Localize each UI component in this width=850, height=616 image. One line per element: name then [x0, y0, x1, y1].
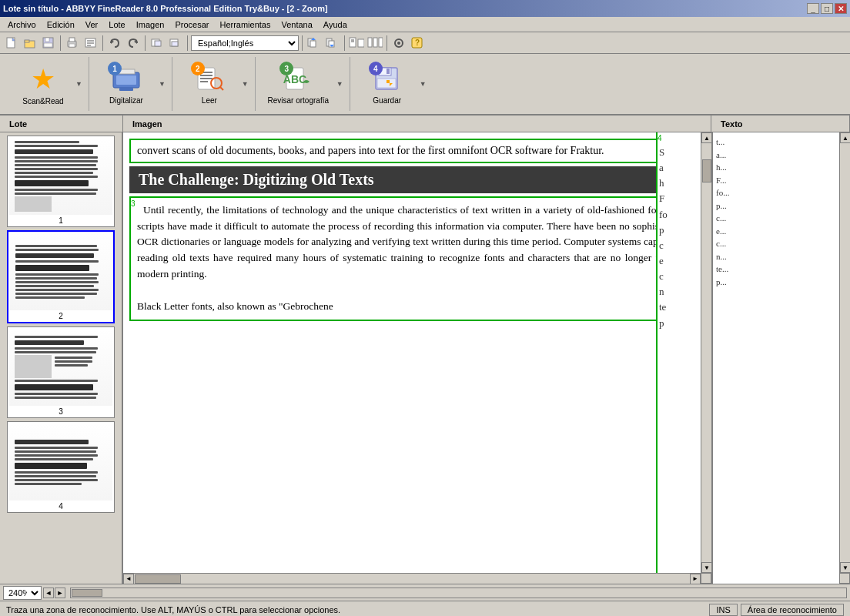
scan-read-group: ★ Scan&Read ▼	[6, 57, 89, 111]
settings-button[interactable]	[390, 35, 407, 52]
digitalizar-label: Digitalizar	[109, 96, 143, 105]
menu-imagen[interactable]: Imagen	[132, 18, 169, 31]
digitalizar-group: 1 Digitalizar ▼	[89, 57, 172, 111]
menu-herramientas[interactable]: Herramientas	[215, 18, 275, 31]
scroll-track-space	[701, 183, 711, 562]
menu-ventana[interactable]: Ventana	[276, 18, 316, 31]
texto-scroll-down[interactable]: ▼	[840, 562, 850, 573]
imagen-vscrollbar[interactable]: ▲ ▼	[701, 132, 711, 573]
text-block-top: convert scans of old documents, books, a…	[129, 139, 694, 163]
imagen-section-label: Imagen	[123, 116, 711, 132]
separator3	[145, 35, 146, 51]
new-button[interactable]	[3, 35, 20, 52]
thumbnail-3[interactable]: 3	[7, 326, 115, 418]
properties-button[interactable]	[82, 35, 99, 52]
hscroll-thumb[interactable]	[135, 574, 181, 584]
main-text-block: 3 Until recently, the limitations of tec…	[129, 196, 694, 321]
guardar-group: 4 Guardar ▼	[350, 57, 433, 111]
undo-button[interactable]	[106, 35, 123, 52]
minimize-button[interactable]: _	[807, 3, 819, 14]
separator7	[387, 35, 387, 51]
svg-rect-32	[379, 38, 383, 47]
leer-dropdown[interactable]: ▼	[242, 80, 249, 88]
leer-label: Leer	[202, 96, 217, 105]
scroll-right-btn[interactable]: ►	[690, 574, 701, 584]
menu-edicion[interactable]: Edición	[42, 18, 79, 31]
scroll-thumb[interactable]	[702, 159, 711, 182]
block-num-4: 4	[658, 134, 662, 142]
menu-ayuda[interactable]: Ayuda	[319, 18, 352, 31]
zoom-prev-arrow[interactable]: ◄	[43, 588, 54, 598]
zoom-hscroll[interactable]	[70, 588, 847, 598]
block-num-3: 3	[131, 198, 136, 210]
badge-4: 4	[369, 62, 383, 75]
print-button[interactable]	[64, 35, 81, 52]
svg-text:?: ?	[415, 38, 420, 47]
menu-lote[interactable]: Lote	[104, 18, 129, 31]
scroll-left-btn[interactable]: ◄	[123, 574, 134, 584]
sections-header: Lote Imagen Texto	[0, 116, 850, 132]
document-heading: The Challenge: Digitizing Old Texts	[129, 166, 694, 193]
imagen-hscrollbar[interactable]: ◄ ►	[123, 573, 701, 584]
scroll-up-btn[interactable]: ▲	[701, 132, 711, 143]
scan-read-dropdown[interactable]: ▼	[75, 80, 82, 88]
hscroll-track	[134, 574, 690, 584]
next-page-button[interactable]	[324, 35, 341, 52]
zoom-hscroll-thumb[interactable]	[72, 589, 102, 597]
zoom-select[interactable]: 240%	[3, 586, 42, 600]
texto-scroll-up[interactable]: ▲	[840, 132, 850, 143]
thumb-num-3: 3	[9, 407, 112, 416]
menu-procesar[interactable]: Procesar	[170, 18, 213, 31]
texto-scroll-corner	[839, 573, 850, 584]
svg-rect-40	[119, 88, 133, 91]
svg-rect-17	[155, 41, 161, 46]
thumb-img-4	[9, 424, 112, 500]
close-button[interactable]: ✕	[835, 3, 847, 14]
guardar-dropdown[interactable]: ▼	[420, 80, 427, 88]
thumbnail-4[interactable]: 4	[7, 421, 115, 513]
language-select[interactable]: Español;Inglés	[191, 35, 299, 51]
thumb-num-4: 4	[9, 502, 112, 511]
zoom-in-button[interactable]	[149, 35, 166, 52]
imagen-panel: convert scans of old documents, books, a…	[123, 132, 711, 584]
guardar-label: Guardar	[373, 96, 401, 105]
zoom-out-button[interactable]	[167, 35, 184, 52]
prev-page-button[interactable]	[306, 35, 323, 52]
help-button[interactable]: ?	[409, 35, 426, 52]
separator4	[187, 35, 188, 51]
thumbnail-1[interactable]: 1	[7, 136, 115, 227]
window-title: Lote sin título - ABBYY FineReader 8.0 P…	[3, 4, 328, 13]
svg-rect-26	[350, 38, 356, 47]
main-area: 1 2	[0, 132, 850, 584]
thumbnail-2[interactable]: 2	[7, 230, 115, 323]
thumb-img-3	[9, 329, 112, 406]
svg-rect-6	[44, 43, 52, 47]
scroll-corner	[701, 573, 711, 584]
redo-button[interactable]	[125, 35, 142, 52]
revisar-button[interactable]: 3 ABC Revisar ortografía	[262, 59, 335, 109]
fit-page-button[interactable]	[348, 35, 365, 52]
columns-button[interactable]	[366, 35, 383, 52]
zoom-bar: 240% ◄ ►	[0, 584, 850, 601]
menu-archivo[interactable]: Archivo	[3, 18, 41, 31]
badge-1: 1	[108, 62, 122, 75]
leer-button[interactable]: 2 Leer	[179, 59, 240, 109]
toolbar2: ★ Scan&Read ▼ 1 Digitalizar ▼ 2	[0, 54, 850, 116]
revisar-dropdown[interactable]: ▼	[336, 80, 343, 88]
texto-content: t...a...h...F...fo...p...c...e...c...n..…	[713, 132, 850, 584]
thumb-num-2: 2	[10, 312, 112, 320]
save-button[interactable]	[40, 35, 57, 52]
digitalizar-button[interactable]: 1 Digitalizar	[95, 59, 157, 109]
digitalizar-dropdown[interactable]: ▼	[159, 80, 166, 88]
guardar-button[interactable]: 4 Guardar	[356, 59, 418, 109]
maximize-button[interactable]: □	[821, 3, 833, 14]
scroll-down-btn[interactable]: ▼	[701, 562, 711, 573]
texto-vscrollbar[interactable]: ▲ ▼	[839, 132, 850, 573]
zoom-next-arrow[interactable]: ►	[55, 588, 65, 598]
revisar-group: 3 ABC Revisar ortografía ▼	[256, 57, 350, 111]
toolbar1: Español;Inglés ?	[0, 32, 850, 54]
open-button[interactable]	[22, 35, 38, 52]
scan-read-button[interactable]: ★ Scan&Read	[12, 59, 74, 109]
svg-line-47	[220, 87, 223, 90]
menu-ver[interactable]: Ver	[81, 18, 103, 31]
